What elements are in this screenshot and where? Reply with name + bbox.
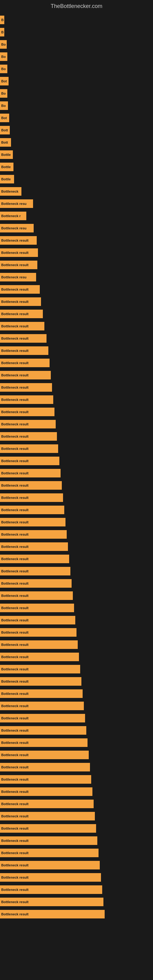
bar-item[interactable]: Bottleneck result: [0, 420, 56, 428]
bar-item[interactable]: Bottleneck result: [0, 346, 48, 355]
bar-item[interactable]: Bottleneck result: [0, 836, 97, 845]
bar-item[interactable]: Bottleneck result: [0, 873, 101, 882]
bar-item[interactable]: Bottleneck result: [0, 518, 65, 527]
bar-item[interactable]: Bottle: [0, 175, 14, 183]
bar-row: Bottleneck result: [0, 357, 153, 369]
bar-item[interactable]: Bottleneck result: [0, 628, 76, 637]
bar-item[interactable]: Bottleneck result: [0, 910, 105, 918]
bar-row: Bottleneck result: [0, 332, 153, 344]
bar-item[interactable]: Bott: [0, 138, 11, 147]
bar-item[interactable]: Bottleneck result: [0, 310, 43, 318]
bar-item[interactable]: Bottleneck result: [0, 457, 59, 465]
bar-item[interactable]: Bottleneck result: [0, 897, 104, 906]
bar-row: Bottleneck result: [0, 676, 153, 687]
bar-item[interactable]: Bot: [0, 77, 9, 86]
bar-item[interactable]: Bottleneck result: [0, 469, 61, 477]
bar-item[interactable]: Bottleneck result: [0, 530, 67, 539]
bar-item[interactable]: Bottleneck result: [0, 383, 52, 392]
bar-item[interactable]: Bottleneck result: [0, 555, 69, 563]
bar-item[interactable]: Bottleneck result: [0, 322, 45, 331]
bar-row: Bottleneck result: [0, 308, 153, 320]
bar-item[interactable]: Bottleneck result: [0, 800, 94, 808]
bar-row: Bottleneck result: [0, 382, 153, 393]
bar-item[interactable]: Bottleneck result: [0, 236, 37, 245]
bar-item[interactable]: Bottleneck resu: [0, 224, 33, 232]
bar-item[interactable]: Bottleneck result: [0, 395, 53, 404]
bar-row: Bottleneck result: [0, 259, 153, 271]
bar-item[interactable]: Bottleneck result: [0, 861, 100, 869]
bar-item[interactable]: Bottleneck result: [0, 788, 92, 796]
bar-row: Bottleneck result: [0, 822, 153, 834]
bar-item[interactable]: Bot: [0, 114, 9, 122]
bar-item[interactable]: Bottleneck result: [0, 604, 74, 612]
bar-row: Bottleneck result: [0, 627, 153, 638]
bar-item[interactable]: Bottleneck result: [0, 824, 96, 833]
bar-item[interactable]: Bottleneck result: [0, 849, 99, 857]
bar-row: Bottle: [0, 173, 153, 185]
bar-item[interactable]: Bo: [0, 89, 7, 98]
bar-item[interactable]: Bottleneck result: [0, 371, 51, 379]
bar-item[interactable]: Bottleneck result: [0, 407, 54, 416]
bar-row: Bottleneck result: [0, 431, 153, 442]
bar-row: Bottleneck result: [0, 663, 153, 675]
bar-item[interactable]: B: [0, 16, 4, 24]
bar-item[interactable]: Bo: [0, 65, 7, 73]
bar-row: B: [0, 14, 153, 26]
bar-item[interactable]: Bottleneck result: [0, 359, 49, 367]
bar-item[interactable]: Bottleneck result: [0, 298, 41, 306]
bar-item[interactable]: Bottleneck result: [0, 775, 91, 784]
bar-item[interactable]: Bottleneck result: [0, 285, 40, 294]
bar-item[interactable]: Bottleneck resu: [0, 199, 33, 208]
bar-item[interactable]: Bottleneck r: [0, 212, 26, 220]
bar-item[interactable]: Bott: [0, 126, 10, 134]
bar-item[interactable]: Bottleneck result: [0, 763, 90, 772]
bar-row: Bottleneck result: [0, 761, 153, 773]
bar-item[interactable]: Bottleneck result: [0, 751, 89, 759]
bar-item[interactable]: Bottleneck result: [0, 506, 64, 514]
bar-row: Bottleneck result: [0, 455, 153, 467]
bar-item[interactable]: Bottle: [0, 150, 13, 159]
bar-item[interactable]: Bottleneck result: [0, 334, 46, 343]
bar-item[interactable]: Bottleneck result: [0, 432, 57, 441]
bar-item[interactable]: Bo: [0, 52, 7, 61]
bar-item[interactable]: Bottleneck result: [0, 885, 102, 894]
bar-row: Bottleneck result: [0, 247, 153, 258]
bar-item[interactable]: Bottleneck result: [0, 444, 58, 453]
bar-row: Bottleneck result: [0, 651, 153, 663]
bar-item[interactable]: Bottleneck result: [0, 812, 95, 821]
bar-item[interactable]: Bottle: [0, 162, 13, 171]
bar-item[interactable]: Bottleneck: [0, 187, 21, 196]
bar-item[interactable]: Bottleneck result: [0, 567, 70, 576]
bar-item[interactable]: Bottleneck result: [0, 689, 83, 698]
bar-row: Bottleneck result: [0, 847, 153, 859]
bar-item[interactable]: Bo: [0, 101, 8, 110]
bar-item[interactable]: Bottleneck result: [0, 261, 37, 269]
bar-item[interactable]: Bottleneck result: [0, 714, 85, 722]
bar-item[interactable]: Bottleneck result: [0, 616, 75, 624]
bar-row: Bottleneck result: [0, 296, 153, 307]
bar-row: Bottleneck result: [0, 688, 153, 700]
bar-item[interactable]: Bottleneck result: [0, 248, 38, 257]
bar-item[interactable]: Bottleneck result: [0, 738, 88, 747]
bar-row: Bottleneck resu: [0, 222, 153, 234]
bar-row: Bott: [0, 137, 153, 148]
bar-item[interactable]: Bottleneck result: [0, 702, 84, 710]
bar-item[interactable]: Bottleneck result: [0, 640, 78, 649]
bar-item[interactable]: Bottleneck result: [0, 579, 72, 588]
bar-item[interactable]: B: [0, 28, 4, 37]
bar-item[interactable]: Bottleneck result: [0, 542, 68, 551]
bar-item[interactable]: Bottleneck result: [0, 591, 73, 600]
bar-row: Bottleneck result: [0, 369, 153, 381]
bar-item[interactable]: Bo: [0, 40, 7, 49]
bar-row: Bottleneck resu: [0, 271, 153, 283]
bar-row: Bottleneck result: [0, 725, 153, 736]
bar-item[interactable]: Bottleneck result: [0, 652, 79, 661]
bar-item[interactable]: Bottleneck resu: [0, 273, 36, 282]
bar-row: Bottleneck result: [0, 528, 153, 540]
bar-item[interactable]: Bottleneck result: [0, 677, 81, 686]
bar-item[interactable]: Bottleneck result: [0, 481, 62, 490]
bar-item[interactable]: Bottleneck result: [0, 726, 86, 735]
bar-item[interactable]: Bottleneck result: [0, 665, 80, 673]
bar-item[interactable]: Bottleneck result: [0, 493, 63, 502]
bar-row: Bot: [0, 112, 153, 124]
